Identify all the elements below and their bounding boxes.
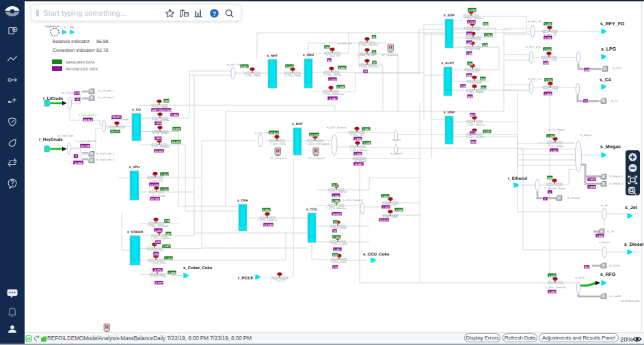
svg-text:s_CRU: s_CRU [303, 53, 314, 57]
svg-text:14,003: 14,003 [172, 140, 180, 143]
svg-text:SF_Flow3: SF_Flow3 [354, 160, 366, 163]
svg-text:m_Mogas: m_Mogas [580, 134, 592, 137]
svg-text:tk_HvyCrude_2: tk_HvyCrude_2 [96, 158, 114, 161]
svg-text:13,674: 13,674 [379, 219, 388, 222]
svg-text:2,442: 2,442 [332, 194, 340, 197]
svg-text:109: 109 [467, 41, 472, 44]
svg-text:T_CU_Naphtha: T_CU_Naphtha [152, 119, 170, 122]
svg-text:5,692: 5,692 [337, 85, 345, 89]
svg-text:s_CCU: s_CCU [306, 208, 318, 212]
svg-text:s_RFY_FG: s_RFY_FG [600, 22, 625, 27]
svg-text:s_Diesel: s_Diesel [624, 242, 643, 247]
svg-text:111: 111 [75, 92, 79, 95]
svg-text:1,420: 1,420 [548, 290, 556, 294]
svg-text:226: 226 [483, 23, 489, 26]
svg-text:10,316: 10,316 [310, 133, 319, 137]
svg-text:1,806: 1,806 [596, 234, 604, 238]
svg-text:MEASURED DATA: MEASURED DATA [66, 61, 95, 65]
svg-text:s_ALKY: s_ALKY [442, 61, 455, 66]
svg-text:m_C4_Mogas: m_C4_Mogas [548, 128, 565, 131]
svg-text:tk_C4: tk_C4 [611, 100, 618, 102]
svg-text:629: 629 [461, 85, 466, 88]
svg-text:1,025: 1,025 [483, 130, 491, 133]
svg-text:5,387: 5,387 [334, 248, 341, 251]
svg-text:T_CCU_TailGas: T_CCU_TailGas [328, 191, 347, 193]
svg-text:Oil RefineryMo: Oil RefineryMo [621, 299, 640, 303]
svg-text:T_CRU_Reformate: T_CRU_Reformate [322, 93, 345, 96]
svg-text:750: 750 [468, 62, 473, 66]
svg-text:-4,776: -4,776 [154, 268, 162, 272]
svg-text:tk_Jet: tk_Jet [607, 230, 615, 233]
svg-text:779: 779 [165, 219, 170, 223]
svg-text:m_Diesel: m_Diesel [599, 241, 610, 244]
svg-text:5,389: 5,389 [332, 199, 340, 203]
svg-text:tk_Mogas_1: tk_Mogas_1 [609, 175, 623, 178]
svg-text:T_UGP_NetGas: T_UGP_NetGas [466, 124, 485, 126]
svg-text:T_COK_OvhdGas: T_COK_OvhdGas [148, 225, 169, 227]
svg-text:T_CRU_H2_CPH: T_CRU_H2_CPH [358, 66, 379, 68]
svg-text:962: 962 [471, 140, 477, 143]
svg-text:r_Ethanol: r_Ethanol [508, 176, 527, 181]
svg-text:T_VPU_Resid: T_VPU_Resid [148, 195, 165, 197]
svg-text:1,694: 1,694 [381, 195, 389, 198]
svg-text:-800: -800 [155, 137, 161, 140]
svg-text:s_Jet: s_Jet [625, 206, 638, 210]
svg-text:T_CCU_Coke: T_CCU_Coke [330, 261, 347, 264]
svg-text:T_CRU_H2_DHT: T_CRU_H2_DHT [356, 54, 377, 57]
svg-text:SF_Analyzer2: SF_Analyzer2 [381, 54, 398, 57]
svg-text:s_Mogas: s_Mogas [600, 145, 621, 150]
svg-text:m_RFO: m_RFO [575, 277, 584, 279]
svg-text:tk_FuelOil: tk_FuelOil [609, 295, 621, 298]
svg-text:T_C4_Mogas: T_C4_Mogas [548, 145, 564, 148]
svg-text:M: M [27, 337, 31, 341]
svg-text:425: 425 [156, 240, 161, 244]
svg-text:T_CCU_HG: T_CCU_HG [383, 216, 397, 219]
svg-text:7,881: 7,881 [171, 113, 178, 117]
svg-text:29,960: 29,960 [155, 150, 163, 153]
svg-text:738: 738 [467, 52, 472, 55]
svg-text:tk_Ethanol: tk_Ethanol [567, 197, 580, 199]
svg-text:s_C4: s_C4 [600, 78, 611, 83]
svg-text:T_SGP_C3: T_SGP_C3 [466, 29, 479, 31]
svg-text:T_RFY_FG: T_RFY_FG [544, 33, 556, 36]
svg-text:Balance indicator:: Balance indicator: [53, 39, 91, 44]
svg-text:23: 23 [334, 221, 337, 224]
svg-text:994: 994 [548, 176, 553, 180]
svg-text:19,309: 19,309 [264, 223, 273, 227]
svg-text:312: 312 [332, 184, 338, 187]
svg-text:m_RFY_LPG: m_RFY_LPG [526, 46, 541, 49]
svg-text:s_RFO: s_RFO [600, 273, 616, 277]
svg-text:tk_LtCrude_1: tk_LtCrude_1 [98, 89, 114, 92]
svg-text:2,300: 2,300 [333, 236, 340, 239]
svg-text:T_DHT_HTProductIs: T_DHT_HTProductIs [306, 143, 330, 146]
svg-text:tk_LtCrude_2: tk_LtCrude_2 [98, 96, 114, 99]
svg-text:m_DHT_Product: m_DHT_Product [327, 126, 347, 129]
svg-text:T_ALK_Alkylate: T_ALK_Alkylate [466, 91, 484, 94]
svg-text:T_Alk_C4: T_Alk_C4 [470, 82, 481, 85]
svg-text:T_COK_HGO: T_COK_HGO [150, 262, 165, 264]
svg-text:m_Diesel1: m_Diesel1 [390, 152, 403, 155]
svg-text:1937.23661369: 1937.23661369 [152, 109, 172, 112]
svg-text:T_DHT_Diesel: T_DHT_Diesel [350, 149, 367, 152]
svg-text:SF_Analyzer3: SF_Analyzer3 [308, 157, 325, 160]
svg-text:tk_Mogas_2: tk_Mogas_2 [609, 182, 623, 185]
svg-text:661: 661 [468, 95, 473, 98]
svg-text:s_Coker_Coke: s_Coker_Coke [183, 266, 213, 271]
svg-text:s_CU: s_CU [132, 108, 141, 112]
svg-text:RECONCILED DATA: RECONCILED DATA [66, 68, 98, 72]
svg-text:160: 160 [467, 32, 472, 36]
svg-text:4,862: 4,862 [338, 66, 346, 70]
svg-text:T_UGP_FBGLD: T_UGP_FBGLD [466, 136, 485, 139]
svg-text:T_SGP_C4: T_SGP_C4 [467, 38, 480, 41]
svg-text:1,781: 1,781 [354, 152, 362, 156]
svg-text:r_LtCrude: r_LtCrude [43, 96, 64, 101]
svg-text:1,464: 1,464 [544, 92, 552, 96]
svg-text:958: 958 [483, 44, 488, 47]
svg-text:334: 334 [481, 77, 486, 81]
svg-text:T_RFY_LPG: T_RFY_LPG [542, 59, 557, 61]
svg-text:T_DHT_Jet: T_DHT_Jet [350, 134, 364, 137]
svg-text:T_PCCF: T_PCCF [276, 279, 286, 282]
svg-text:m_RFY_C4: m_RFY_C4 [528, 78, 541, 81]
svg-text:m_Jet1: m_Jet1 [392, 139, 401, 141]
svg-text:s_NHT: s_NHT [267, 54, 278, 58]
